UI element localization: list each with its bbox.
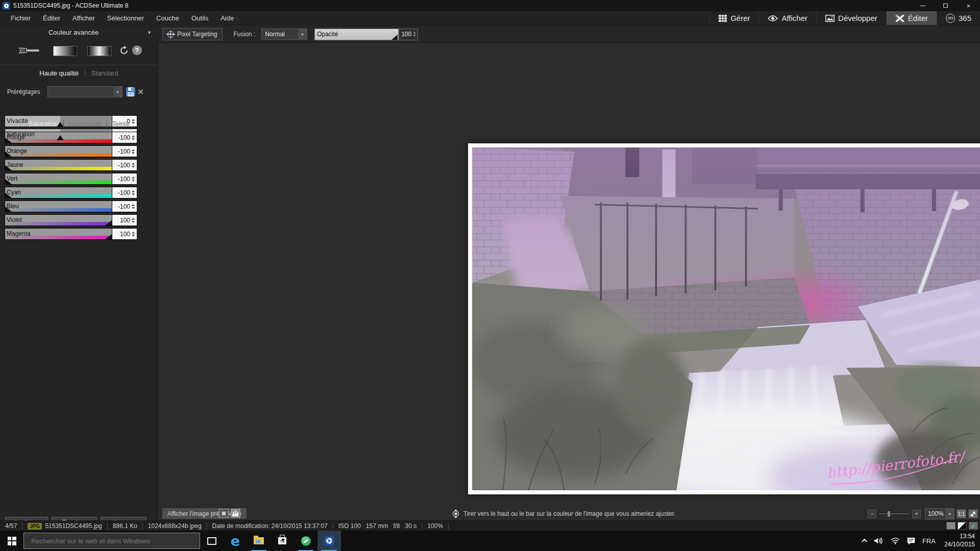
slider-value[interactable]: 100 (112, 215, 137, 226)
volume-button[interactable] (871, 531, 887, 551)
slider-jaune[interactable]: Jaune -100 (5, 159, 137, 171)
menu-fichier[interactable]: Fichier (5, 14, 36, 22)
delete-preset-icon[interactable]: × (138, 86, 143, 97)
slider-vert[interactable]: Vert -100 (5, 173, 137, 185)
tab-standard[interactable]: Standard (85, 69, 125, 77)
actual-size-button[interactable]: 1:1 (957, 509, 966, 518)
edge-button[interactable]: e (224, 531, 247, 551)
zoom-slider[interactable] (878, 513, 910, 515)
slider-value[interactable]: -100 (112, 132, 137, 143)
spinner-icon[interactable] (132, 190, 135, 195)
chevron-down-icon[interactable]: ▼ (298, 29, 307, 39)
slider-thumb[interactable] (105, 220, 112, 226)
taskbar-clock[interactable]: 13:54 24/10/2015 (939, 533, 980, 548)
fusion-dropdown[interactable]: Normal ▼ (261, 29, 307, 40)
confirm-button[interactable]: ✓ (969, 522, 978, 530)
mode-afficher[interactable]: Afficher (758, 11, 816, 25)
tab-teinte[interactable]: Teinte (106, 120, 135, 128)
menu-selectionner[interactable]: Sélectionner (102, 14, 150, 22)
acdsee-taskbar-button[interactable] (317, 531, 341, 551)
search-input[interactable] (24, 537, 200, 545)
slider-violet[interactable]: Violet 100 (5, 214, 137, 226)
opacity-value[interactable]: 100 (399, 29, 418, 40)
notifications-button[interactable] (903, 531, 919, 551)
spinner-icon[interactable] (132, 177, 135, 182)
slider-value[interactable]: -100 (112, 187, 137, 198)
slider-value[interactable]: -100 (112, 201, 137, 212)
slider-rouge[interactable]: Rouge -100 (5, 132, 137, 143)
spinner-icon[interactable] (413, 32, 416, 37)
slider-value[interactable]: -100 (112, 173, 137, 184)
spinner-icon[interactable] (132, 149, 135, 154)
taskbar-search[interactable] (23, 533, 200, 549)
presets-dropdown[interactable]: ▼ (47, 86, 122, 97)
file-explorer-button[interactable] (247, 531, 271, 551)
language-indicator[interactable]: FRA (919, 531, 939, 551)
task-view-button[interactable] (200, 531, 224, 551)
slider-magenta[interactable]: Magenta 100 (5, 228, 137, 240)
menu-outils[interactable]: Outils (186, 14, 214, 22)
slider-thumb[interactable] (391, 35, 398, 40)
start-button[interactable] (0, 531, 23, 551)
slider-value[interactable]: -100 (112, 160, 137, 170)
reset-icon[interactable] (119, 45, 129, 56)
zoom-in-button[interactable]: + (912, 510, 921, 518)
slider-thumb[interactable] (57, 135, 64, 140)
store-button[interactable] (271, 531, 294, 551)
chevron-down-icon[interactable]: ▼ (113, 87, 122, 97)
close-button[interactable]: × (957, 0, 980, 11)
slider-value[interactable]: 100 (112, 229, 137, 239)
brush-icon[interactable] (18, 45, 40, 56)
zoom-level-dropdown[interactable]: 100% ▼ (925, 508, 954, 519)
background-color-button[interactable] (946, 522, 955, 530)
histogram-icon[interactable] (231, 509, 240, 518)
gradient-swatch-linear[interactable] (53, 46, 77, 56)
fit-screen-button[interactable] (968, 509, 978, 518)
opacity-slider[interactable]: Opacité (314, 29, 399, 40)
chevron-down-icon[interactable]: ▼ (945, 509, 954, 519)
help-icon[interactable]: ? (132, 45, 142, 55)
network-button[interactable] (887, 531, 903, 551)
zoom-slider-thumb[interactable] (887, 511, 891, 517)
tab-haute-qualite[interactable]: Haute qualité (33, 69, 85, 77)
slider-thumb[interactable] (5, 152, 12, 157)
spinner-icon[interactable] (132, 218, 135, 223)
gradient-swatch-radial[interactable] (87, 46, 111, 56)
slider-thumb[interactable] (57, 122, 64, 127)
slider-orange[interactable]: Orange -100 (5, 145, 137, 157)
menu-editer[interactable]: Éditer (37, 14, 66, 22)
slider-bleu[interactable]: Bleu -100 (5, 201, 137, 212)
menu-afficher[interactable]: Afficher (67, 14, 101, 22)
spinner-icon[interactable] (132, 135, 135, 140)
spinner-icon[interactable] (132, 232, 135, 237)
slider-cyan[interactable]: Cyan -100 (5, 187, 137, 198)
chevron-down-icon[interactable]: ▼ (147, 30, 158, 35)
photo[interactable]: http://pierrofoto.fr/ (468, 143, 980, 494)
mode-gerer[interactable]: Gérer (709, 11, 758, 25)
compare-view-button[interactable] (958, 522, 967, 530)
spinner-icon[interactable] (132, 163, 135, 168)
menu-couche[interactable]: Couche (151, 14, 185, 22)
menu-aide[interactable]: Aide (215, 14, 239, 22)
maximize-button[interactable] (934, 0, 957, 11)
pixel-targeting-button[interactable]: Pixel Targeting (162, 28, 223, 40)
mode-editer[interactable]: Éditer (886, 11, 937, 25)
panel-header[interactable]: Couleur avancée ▼ (0, 26, 158, 39)
tab-luminosite[interactable]: Luminosité (63, 120, 106, 128)
slider-value[interactable]: -100 (112, 146, 137, 157)
save-preset-icon[interactable] (126, 87, 136, 97)
slider-thumb[interactable] (5, 179, 12, 184)
minimize-button[interactable] (911, 0, 934, 11)
slider-thumb[interactable] (5, 138, 12, 143)
spinner-icon[interactable] (132, 204, 135, 209)
fit-selection-icon[interactable] (219, 509, 229, 518)
mode-developper[interactable]: Développer (816, 11, 886, 25)
image-canvas[interactable]: http://pierrofoto.fr/ (159, 43, 980, 507)
tray-expand-button[interactable] (860, 531, 871, 551)
mode-365[interactable]: 365 365 (937, 11, 980, 25)
slider-thumb[interactable] (5, 193, 12, 198)
slider-thumb[interactable] (105, 234, 112, 239)
slider-thumb[interactable] (5, 207, 12, 212)
green-app-button[interactable] (294, 531, 317, 551)
slider-thumb[interactable] (5, 165, 12, 170)
